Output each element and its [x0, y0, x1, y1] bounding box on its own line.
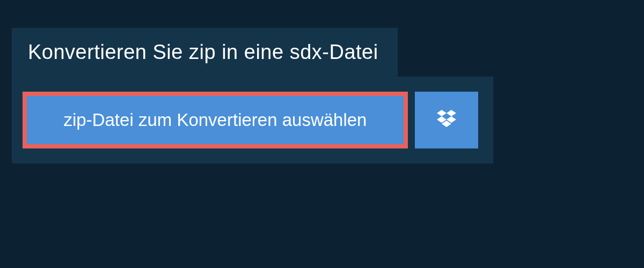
- select-file-label: zip-Datei zum Konvertieren auswählen: [64, 110, 367, 130]
- dropbox-button[interactable]: [415, 92, 478, 148]
- select-file-button[interactable]: zip-Datei zum Konvertieren auswählen: [23, 92, 408, 148]
- page-title: Konvertieren Sie zip in eine sdx-Datei: [28, 41, 378, 64]
- upload-panel: zip-Datei zum Konvertieren auswählen: [12, 77, 493, 163]
- title-bar: Konvertieren Sie zip in eine sdx-Datei: [12, 28, 398, 77]
- converter-container: Konvertieren Sie zip in eine sdx-Datei z…: [0, 0, 644, 163]
- dropbox-icon: [437, 110, 456, 130]
